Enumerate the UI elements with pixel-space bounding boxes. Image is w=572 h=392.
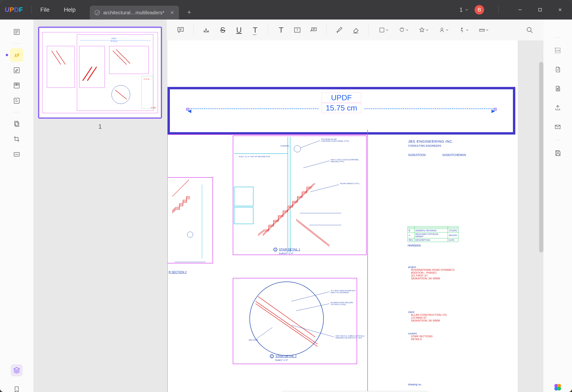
svg-text:UPDF: UPDF (111, 37, 116, 40)
pencil-button[interactable] (332, 23, 347, 37)
divider (368, 25, 369, 35)
measure-text: UPDF 15.75 cm (319, 93, 364, 113)
save-button[interactable] (552, 147, 564, 159)
svg-text:CHECKER PLATE PANEL (TYP.): CHECKER PLATE PANEL (TYP.) (321, 140, 349, 142)
crop-tool-button[interactable] (10, 132, 23, 146)
divider (555, 140, 561, 140)
svg-line-74 (256, 301, 318, 344)
comment-button[interactable] (174, 23, 188, 37)
underline-button[interactable]: U (232, 23, 246, 37)
document-canvas[interactable]: ◂ ▸ UPDF 15.75 cm (167, 41, 543, 392)
chevron-down-icon (464, 8, 469, 12)
svg-rect-9 (17, 84, 18, 85)
svg-rect-21 (109, 46, 149, 74)
maximize-button[interactable] (533, 5, 547, 15)
strikethrough-button[interactable]: S (216, 23, 230, 37)
reader-mode-button[interactable] (10, 25, 23, 39)
page-thumbnail[interactable]: UPDF 15.75 cm INTL ROAD (38, 27, 162, 119)
svg-rect-90 (557, 89, 559, 90)
minimize-button[interactable] (513, 5, 527, 15)
stamp-button[interactable] (395, 23, 413, 37)
convert-button[interactable] (552, 63, 564, 76)
svg-rect-23 (142, 76, 153, 109)
sign-button[interactable] (435, 23, 453, 37)
eraser-button[interactable] (349, 23, 363, 37)
svg-point-36 (441, 28, 443, 30)
svg-text:ALUM CABLES (TYP.): ALUM CABLES (TYP.) (340, 182, 360, 185)
organize-mode-button[interactable] (10, 79, 23, 92)
svg-text:SWAGED-ON END & S.S. NUT: SWAGED-ON END & S.S. NUT (335, 337, 362, 339)
highlight-button[interactable] (199, 23, 214, 37)
layers-button[interactable] (11, 364, 23, 376)
svg-text:EASY TO DISTANCE: EASY TO DISTANCE (331, 292, 349, 294)
annotation-toolbar: S U T T T (167, 19, 543, 41)
divider (268, 25, 268, 35)
window-count[interactable]: 1 (460, 6, 469, 13)
pdf-page: ◂ ▸ UPDF 15.75 cm (167, 41, 518, 392)
divider (555, 37, 561, 37)
callout-button[interactable] (306, 23, 321, 37)
left-sidebar (0, 19, 33, 392)
svg-text:JAM HOLE: JAM HOLE (249, 339, 258, 341)
user-avatar[interactable]: B (475, 5, 484, 15)
svg-text:INTL ROAD: INTL ROAD (143, 78, 150, 80)
divider (13, 112, 20, 112)
tab-close-button[interactable]: ✕ (170, 10, 174, 16)
protect-button[interactable] (552, 83, 564, 94)
search-button[interactable] (523, 23, 537, 37)
svg-rect-46 (167, 177, 213, 263)
svg-line-78 (296, 304, 330, 311)
thumbnail-panel: UPDF 15.75 cm INTL ROAD (33, 19, 167, 392)
file-menu[interactable]: File (40, 6, 49, 13)
svg-text:ELEV. 11'-6" TOP OF SECOND FLR: ELEV. 11'-6" TOP OF SECOND FLR. (239, 156, 270, 158)
vertical-scrollbar[interactable] (539, 62, 543, 252)
ai-assistant-button[interactable] (553, 382, 562, 392)
svg-rect-52 (234, 187, 253, 206)
svg-line-43 (531, 31, 532, 33)
text-box-button[interactable]: T (290, 23, 304, 37)
tab-title: architectural…multileaders* (103, 10, 164, 16)
squiggly-button[interactable]: T (248, 23, 262, 37)
svg-point-73 (250, 282, 323, 356)
form-mode-button[interactable] (10, 94, 23, 107)
comment-mode-button[interactable] (10, 48, 23, 62)
svg-line-61 (303, 161, 330, 168)
signature-button[interactable] (455, 23, 473, 37)
redact-tool-button[interactable] (10, 148, 23, 161)
text-button[interactable]: T (274, 23, 288, 37)
section-label: R SECTION 2 (169, 270, 187, 274)
svg-text:RAILING (TYP.): RAILING (TYP.) (331, 160, 344, 163)
project-info: project INTERNATIONAL ROAD DYNAMICS ADDI… (408, 266, 455, 280)
svg-line-62 (310, 185, 339, 192)
page-tool-button[interactable] (10, 117, 23, 130)
detail-2-label: 2 STAIR DETAIL 2 Scale1"=1'-0" (270, 354, 297, 361)
divider (32, 6, 32, 14)
document-tab[interactable]: architectural…multileaders* ✕ (90, 6, 179, 19)
email-button[interactable] (552, 121, 564, 133)
new-tab-button[interactable]: ＋ (186, 8, 192, 16)
close-button[interactable] (553, 5, 567, 15)
content-area: UPDF 15.75 cm INTL ROAD (33, 19, 543, 392)
active-indicator (6, 54, 8, 56)
measurement-annotation[interactable]: ◂ ▸ UPDF 15.75 cm (167, 87, 515, 135)
svg-rect-19 (47, 46, 75, 88)
client-info: client ALLAN CONSTRUCTION LTD. 123 MAIN … (408, 311, 447, 322)
svg-line-76 (258, 297, 315, 337)
detail-1-label: 1 STAIR DETAIL 1 Scale1/2"=1'-0" (273, 248, 300, 255)
ocr-button[interactable]: OCR (552, 45, 564, 56)
shape-button[interactable] (375, 23, 393, 37)
help-menu[interactable]: Help (64, 6, 76, 13)
page-controls: − 141% + 1/1 ✕ (281, 391, 429, 392)
svg-rect-14 (42, 32, 158, 113)
svg-line-47 (172, 180, 189, 196)
titlebar: UPDF File Help architectural…multileader… (0, 0, 572, 19)
svg-text:T: T (296, 28, 298, 32)
svg-rect-8 (15, 84, 16, 85)
thumbnail-label: 1 (38, 123, 162, 130)
share-button[interactable] (552, 102, 564, 114)
bookmark-button[interactable] (11, 383, 23, 392)
svg-rect-1 (539, 8, 541, 11)
sticker-button[interactable] (414, 23, 433, 37)
edit-mode-button[interactable] (10, 63, 23, 77)
measure-button[interactable] (475, 23, 493, 37)
